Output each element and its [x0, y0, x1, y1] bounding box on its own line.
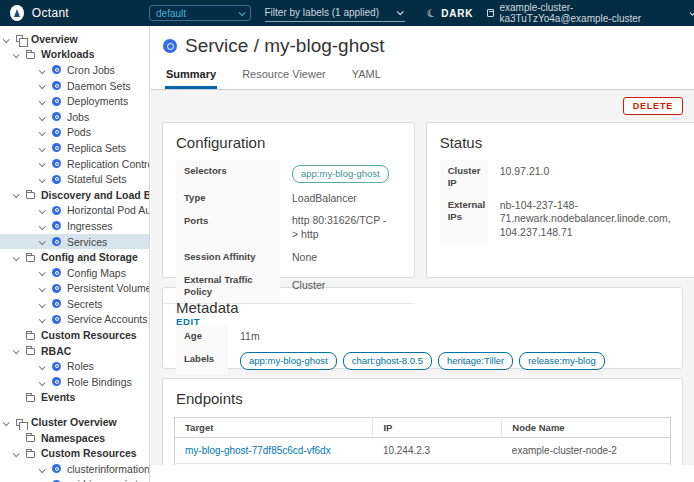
sidebar-item-replica-sets[interactable]: Replica Sets: [0, 140, 149, 156]
sidebar-item-cluster-custom-resources[interactable]: Custom Resources: [0, 445, 149, 461]
status-title: Status: [427, 123, 694, 158]
sidebar-item-ingresses[interactable]: Ingresses: [0, 218, 149, 234]
chevron-down-icon[interactable]: [14, 435, 26, 440]
sidebar-item-config-and-storage[interactable]: Config and Storage: [0, 249, 149, 265]
sidebar-item-csidrivers[interactable]: csidrivers.csi.storage.k8s.io: [0, 477, 149, 482]
chevron-down-icon[interactable]: [14, 255, 26, 260]
chevron-down-icon[interactable]: [40, 99, 52, 104]
tab-resource-viewer[interactable]: Resource Viewer: [241, 66, 327, 89]
chevron-down-icon[interactable]: [4, 37, 16, 42]
chevron-down-icon[interactable]: [396, 8, 403, 15]
sidebar-item-secrets[interactable]: Secrets: [0, 296, 149, 312]
sidebar-item-deployments[interactable]: Deployments: [0, 93, 149, 109]
chevron-down-icon[interactable]: [4, 420, 16, 425]
chevron-down-icon[interactable]: [40, 467, 52, 472]
sidebar-item-jobs[interactable]: Jobs: [0, 109, 149, 125]
ingress-icon: [52, 221, 61, 230]
deployment-icon: [52, 97, 61, 106]
chevron-down-icon[interactable]: [40, 208, 52, 213]
crd-icon: [52, 464, 61, 473]
sidebar-item-label: Stateful Sets: [67, 173, 127, 185]
chevron-down-icon[interactable]: [40, 146, 52, 151]
chevron-down-icon[interactable]: [14, 192, 26, 197]
sidebar-item-label: Custom Resources: [41, 447, 137, 459]
sidebar-item-persistent-volume-claims[interactable]: Persistent Volume Claims: [0, 281, 149, 297]
folder-icon: [26, 192, 35, 199]
page-header: Service / my-blog-ghost Summary Resource…: [151, 26, 694, 89]
external-ips-label: External IPs: [440, 194, 488, 244]
cluster-context-menu[interactable]: example-cluster-ka3TuTzYo4a@example-clus…: [487, 2, 694, 24]
label-chip: app:my-blog-ghost: [240, 352, 337, 370]
sidebar-item-custom-resources[interactable]: Custom Resources: [0, 327, 149, 343]
session-affinity-label: Session Affinity: [176, 246, 280, 269]
delete-button[interactable]: DELETE: [623, 97, 683, 115]
sidebar-item-discovery-and-load-balancing[interactable]: Discovery and Load Balancing: [0, 187, 149, 203]
sidebar-item-label: Daemon Sets: [67, 80, 131, 92]
label-filter-input[interactable]: [265, 7, 397, 18]
sidebar-item-horizontal-pod-autoscalers[interactable]: Horizontal Pod Autoscalers: [0, 203, 149, 219]
sidebar-item-stateful-sets[interactable]: Stateful Sets: [0, 171, 149, 187]
chevron-down-icon[interactable]: [40, 364, 52, 369]
sidebar-item-label: RBAC: [41, 345, 71, 357]
chevron-down-icon[interactable]: [40, 224, 52, 229]
sidebar-item-service-accounts[interactable]: Service Accounts: [0, 312, 149, 328]
chevron-down-icon[interactable]: [14, 333, 26, 338]
sidebar-item-services[interactable]: Services: [0, 234, 149, 250]
sidebar-item-label: Pods: [67, 126, 91, 138]
sidebar-item-daemon-sets[interactable]: Daemon Sets: [0, 78, 149, 94]
chevron-down-icon[interactable]: [40, 302, 52, 307]
tab-label: Summary: [166, 68, 216, 80]
chevron-down-icon[interactable]: [40, 177, 52, 182]
endpoint-target-link[interactable]: my-blog-ghost-77df85c6cd-vf6dx: [185, 445, 331, 456]
sidebar-item-pods[interactable]: Pods: [0, 125, 149, 141]
chevron-down-icon[interactable]: [14, 395, 26, 400]
chevron-down-icon[interactable]: [40, 115, 52, 120]
folder-icon: [26, 348, 35, 355]
chevron-down-icon[interactable]: [14, 348, 26, 353]
folder-icon: [26, 52, 35, 59]
chevron-down-icon[interactable]: [40, 68, 52, 73]
sidebar-item-events[interactable]: Events: [0, 390, 149, 406]
sidebar-item-cluster-overview[interactable]: Cluster Overview: [0, 414, 149, 430]
sidebar-item-label: Services: [67, 236, 107, 248]
column-header-target: Target: [175, 418, 373, 438]
tab-label: Resource Viewer: [242, 68, 326, 80]
sidebar-item-workloads[interactable]: Workloads: [0, 47, 149, 63]
tab-summary[interactable]: Summary: [165, 66, 217, 89]
main-content: Service / my-blog-ghost Summary Resource…: [151, 26, 694, 482]
sidebar-item-overview[interactable]: Overview: [0, 31, 149, 47]
namespace-select[interactable]: default: [149, 5, 251, 21]
sidebar-item-rbac[interactable]: RBAC: [0, 343, 149, 359]
chevron-down-icon[interactable]: [40, 317, 52, 322]
chevron-down-icon: [238, 9, 245, 16]
sidebar-item-roles[interactable]: Roles: [0, 358, 149, 374]
tab-bar: Summary Resource Viewer YAML: [163, 66, 682, 89]
tab-yaml[interactable]: YAML: [351, 66, 382, 89]
configmap-icon: [52, 268, 61, 277]
endpoint-node-name: example-cluster-node-2: [502, 438, 671, 464]
chevron-down-icon[interactable]: [40, 130, 52, 135]
sidebar-item-role-bindings[interactable]: Role Bindings: [0, 374, 149, 390]
pod-icon: [52, 128, 61, 137]
chevron-down-icon[interactable]: [14, 52, 26, 57]
sidebar-item-clusterinformations[interactable]: clusterinformations.crd.projec: [0, 461, 149, 477]
ports-label: Ports: [176, 210, 280, 246]
chevron-down-icon[interactable]: [40, 161, 52, 166]
chevron-down-icon[interactable]: [40, 239, 52, 244]
sidebar-item-label: Replication Controllers: [67, 158, 149, 170]
sidebar-item-label: Service Accounts: [67, 313, 148, 325]
chevron-down-icon[interactable]: [14, 451, 26, 456]
cluster-ip-value: 10.97.21.0: [488, 160, 683, 194]
sidebar-item-label: Config Maps: [67, 267, 126, 279]
chevron-down-icon[interactable]: [40, 270, 52, 275]
chevron-down-icon[interactable]: [40, 286, 52, 291]
sidebar-item-cron-jobs[interactable]: Cron Jobs: [0, 62, 149, 78]
sidebar-item-config-maps[interactable]: Config Maps: [0, 265, 149, 281]
theme-toggle[interactable]: ☾ DARK: [427, 7, 474, 20]
sidebar-item-namespaces[interactable]: Namespaces: [0, 430, 149, 446]
chevron-down-icon[interactable]: [40, 83, 52, 88]
sidebar-item-replication-controllers[interactable]: Replication Controllers: [0, 156, 149, 172]
sidebar-item-label: csidrivers.csi.storage.k8s.io: [67, 478, 149, 482]
folder-icon: [26, 333, 35, 340]
chevron-down-icon[interactable]: [40, 380, 52, 385]
